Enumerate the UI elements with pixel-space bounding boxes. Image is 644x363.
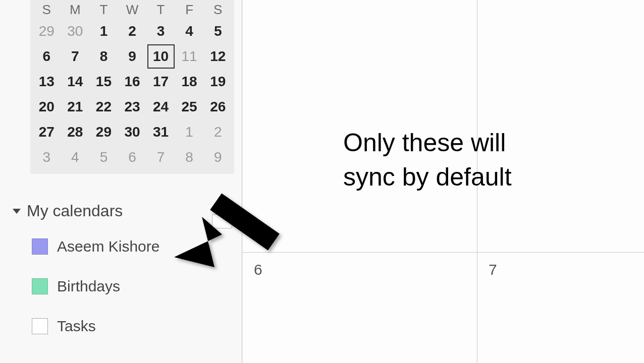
mini-calendar-day[interactable]: 6 <box>118 145 147 170</box>
mini-calendar-day[interactable]: 17 <box>146 69 175 94</box>
calendar-item[interactable]: Tasks <box>32 318 232 335</box>
mini-calendar-day[interactable]: 7 <box>146 145 175 170</box>
mini-calendar-day[interactable]: 15 <box>89 69 118 94</box>
mini-calendar-day[interactable]: 4 <box>175 19 204 44</box>
mini-calendar-day[interactable]: 24 <box>146 94 175 119</box>
mini-calendar-day[interactable]: 26 <box>203 94 232 119</box>
svg-marker-1 <box>174 217 222 267</box>
calendar-name: Birthdays <box>57 278 120 295</box>
weekday-header: SMTWTFS <box>30 0 234 19</box>
mini-calendar-day[interactable]: 25 <box>175 94 204 119</box>
weekday-label: S <box>203 0 232 19</box>
weekday-label: T <box>89 0 118 19</box>
calendar-name: Tasks <box>57 318 96 335</box>
mini-calendar-day[interactable]: 29 <box>89 119 118 145</box>
mini-calendar-day[interactable]: 1 <box>175 119 204 145</box>
caret-down-icon <box>13 209 21 214</box>
mini-calendar-day[interactable]: 6 <box>32 44 61 69</box>
mini-calendar-day[interactable]: 28 <box>61 119 90 145</box>
mini-calendar-day[interactable]: 4 <box>61 145 90 170</box>
mini-calendar-day[interactable]: 11 <box>175 44 204 69</box>
calendar-color-swatch <box>32 238 48 255</box>
mini-calendar-day[interactable]: 18 <box>175 69 204 94</box>
mini-calendar-day[interactable]: 29 <box>32 19 61 44</box>
calendar-color-swatch <box>32 278 48 294</box>
mini-calendar-day[interactable]: 7 <box>61 44 90 69</box>
mini-calendar-day[interactable]: 13 <box>32 69 61 94</box>
calendar-name: Aseem Kishore <box>57 238 159 255</box>
mini-calendar-day[interactable]: 30 <box>118 119 147 145</box>
mini-calendar-day[interactable]: 5 <box>89 145 118 170</box>
mini-calendar-day[interactable]: 3 <box>146 19 175 44</box>
mini-calendar-day[interactable]: 3 <box>32 145 61 170</box>
calendar-color-swatch <box>32 318 48 334</box>
mini-calendar-day[interactable]: 31 <box>146 119 175 145</box>
svg-rect-0 <box>210 193 280 250</box>
mini-calendar-day[interactable]: 5 <box>203 19 232 44</box>
weekday-label: T <box>146 0 175 19</box>
mini-calendar-day[interactable]: 2 <box>118 19 147 44</box>
mini-calendar-day[interactable]: 8 <box>175 145 204 170</box>
mini-calendar-day[interactable]: 16 <box>118 69 147 94</box>
weekday-label: W <box>118 0 147 19</box>
mini-calendar-day[interactable]: 22 <box>89 94 118 119</box>
weekday-label: S <box>32 0 61 19</box>
mini-calendar-day[interactable]: 1 <box>89 19 118 44</box>
week-row-separator <box>243 252 644 253</box>
mini-calendar-day[interactable]: 9 <box>203 145 232 170</box>
mini-calendar-day[interactable]: 10 <box>146 44 175 69</box>
annotation-text: Only these willsync by default <box>343 126 512 194</box>
mini-calendar-day[interactable]: 14 <box>61 69 90 94</box>
mini-calendar-day[interactable]: 19 <box>203 69 232 94</box>
day-number: 7 <box>477 252 497 278</box>
mini-calendar-day[interactable]: 20 <box>32 94 61 119</box>
mini-calendar-day[interactable]: 27 <box>32 119 61 145</box>
annotation-arrow-icon <box>174 182 295 272</box>
mini-calendar-day[interactable]: 8 <box>89 44 118 69</box>
weekday-label: M <box>61 0 90 19</box>
calendar-item[interactable]: Birthdays <box>32 278 232 295</box>
mini-calendar-day[interactable]: 30 <box>61 19 90 44</box>
mini-calendar-day[interactable]: 9 <box>118 44 147 69</box>
mini-calendar-day[interactable]: 23 <box>118 94 147 119</box>
calendar-date-grid: 2930123456789101112131415161718192021222… <box>30 19 234 170</box>
section-title: My calendars <box>27 202 123 220</box>
mini-calendar-day[interactable]: 12 <box>203 44 232 69</box>
mini-calendar: SMTWTFS 29301234567891011121314151617181… <box>30 0 234 174</box>
mini-calendar-day[interactable]: 2 <box>203 119 232 145</box>
weekday-label: F <box>175 0 204 19</box>
mini-calendar-day[interactable]: 21 <box>61 94 90 119</box>
